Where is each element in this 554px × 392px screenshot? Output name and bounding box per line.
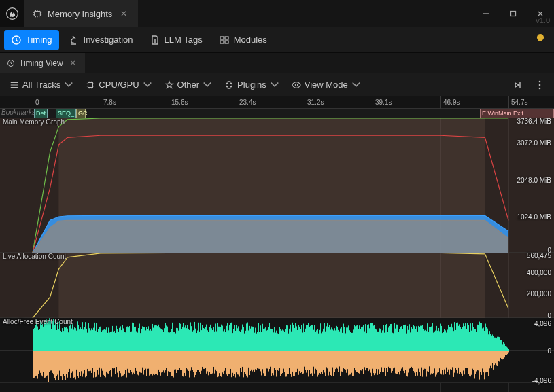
hints-button[interactable]: [531, 29, 550, 50]
svg-rect-977: [359, 325, 360, 351]
svg-rect-26: [35, 351, 36, 376]
svg-rect-875: [324, 323, 325, 351]
all-tracks-dropdown[interactable]: All Tracks: [5, 76, 77, 94]
svg-rect-745: [280, 329, 281, 351]
svg-rect-147: [77, 327, 77, 351]
svg-rect-157: [80, 327, 81, 351]
llm-tags-tab-button[interactable]: LLM Tags: [143, 30, 209, 50]
svg-rect-871: [323, 329, 324, 351]
svg-rect-217: [101, 329, 101, 351]
close-icon[interactable]: ✕: [67, 58, 78, 68]
svg-point-11: [539, 80, 541, 82]
svg-rect-685: [260, 332, 260, 351]
maximize-button[interactable]: [500, 0, 527, 27]
svg-rect-1259: [455, 325, 455, 351]
svg-rect-6: [220, 41, 224, 43]
svg-rect-1003: [368, 326, 368, 351]
svg-rect-992: [364, 351, 364, 367]
svg-rect-390: [159, 351, 160, 372]
svg-rect-237: [107, 333, 108, 351]
svg-rect-559: [217, 323, 218, 351]
svg-rect-1184: [429, 351, 430, 366]
svg-rect-407: [165, 323, 166, 351]
svg-rect-643: [245, 331, 246, 351]
svg-rect-1097: [400, 333, 400, 351]
svg-rect-1058: [386, 351, 387, 368]
svg-rect-637: [243, 327, 244, 351]
svg-rect-1291: [466, 332, 466, 351]
app-tab[interactable]: Memory Insights ✕: [24, 0, 138, 27]
svg-rect-1267: [457, 323, 458, 351]
svg-rect-1121: [408, 330, 409, 351]
svg-rect-39: [40, 321, 41, 351]
timing-tab-button[interactable]: Timing: [4, 30, 59, 50]
svg-rect-99: [60, 331, 61, 351]
minimize-button[interactable]: [472, 0, 500, 27]
svg-rect-717: [271, 323, 271, 351]
svg-rect-484: [191, 351, 192, 367]
svg-rect-519: [203, 328, 204, 351]
close-icon[interactable]: ✕: [118, 7, 130, 20]
svg-rect-971: [357, 325, 358, 351]
svg-rect-551: [214, 332, 215, 351]
svg-rect-533: [208, 332, 209, 351]
svg-rect-348: [145, 351, 145, 372]
svg-rect-1290: [465, 351, 466, 368]
svg-rect-1079: [394, 326, 394, 351]
svg-rect-353: [147, 329, 148, 351]
tracks-icon: [10, 80, 19, 90]
svg-rect-160: [81, 351, 82, 371]
plugins-dropdown[interactable]: Plugins: [220, 76, 283, 94]
timeline-area[interactable]: 07.8s15.6s23.4s31.2s39.1s46.9s54.7s Book…: [0, 96, 554, 392]
svg-rect-28: [36, 351, 37, 376]
svg-rect-415: [168, 332, 169, 351]
svg-rect-1258: [454, 351, 455, 373]
timing-view-tab[interactable]: Timing View ✕: [0, 53, 85, 73]
svg-rect-1306: [470, 351, 471, 376]
view-mode-dropdown[interactable]: View Mode: [288, 76, 365, 94]
more-button[interactable]: [531, 76, 549, 94]
svg-rect-131: [71, 329, 72, 351]
svg-rect-991: [364, 332, 364, 351]
svg-rect-1035: [379, 330, 379, 351]
cpu-gpu-dropdown[interactable]: CPU/GPU: [82, 76, 156, 94]
time-ruler[interactable]: 07.8s15.6s23.4s31.2s39.1s46.9s54.7s: [0, 96, 554, 109]
svg-rect-915: [338, 330, 339, 351]
svg-rect-968: [356, 351, 356, 367]
modules-tab-button[interactable]: Modules: [212, 30, 274, 50]
svg-rect-641: [245, 326, 245, 351]
svg-rect-840: [312, 351, 313, 376]
svg-rect-1285: [464, 323, 464, 351]
svg-rect-921: [340, 329, 341, 351]
svg-rect-1018: [373, 351, 373, 375]
svg-rect-132: [71, 351, 72, 373]
svg-rect-605: [232, 333, 233, 351]
svg-rect-984: [361, 351, 362, 371]
svg-rect-545: [212, 330, 213, 351]
dock-button[interactable]: [509, 76, 527, 94]
dropdown-label: All Tracks: [22, 79, 60, 90]
svg-rect-521: [204, 329, 205, 351]
svg-rect-112: [65, 351, 65, 380]
time-cursor[interactable]: [277, 118, 277, 392]
svg-rect-18: [33, 351, 33, 370]
svg-rect-307: [131, 332, 132, 351]
svg-rect-1345: [484, 331, 485, 351]
bookmark-seq[interactable]: SEQ_: [56, 109, 76, 118]
svg-rect-483: [191, 326, 192, 351]
svg-rect-97: [60, 327, 60, 351]
svg-rect-953: [351, 327, 351, 351]
bookmark-def[interactable]: Def: [34, 109, 48, 118]
investigation-tab-button[interactable]: Investigation: [62, 30, 140, 50]
svg-rect-983: [361, 327, 362, 351]
svg-rect-624: [239, 351, 239, 369]
svg-rect-260: [115, 351, 116, 374]
other-dropdown[interactable]: Other: [160, 76, 217, 94]
y-tick: 0: [547, 347, 551, 355]
bookmark-gc[interactable]: GC: [76, 109, 86, 118]
svg-rect-679: [258, 323, 258, 351]
svg-rect-565: [219, 327, 220, 351]
svg-rect-667: [254, 327, 254, 351]
svg-rect-1166: [423, 351, 423, 367]
bookmarks-track[interactable]: Bookmarks Def SEQ_ GC E WinMain.Exit: [0, 109, 554, 118]
